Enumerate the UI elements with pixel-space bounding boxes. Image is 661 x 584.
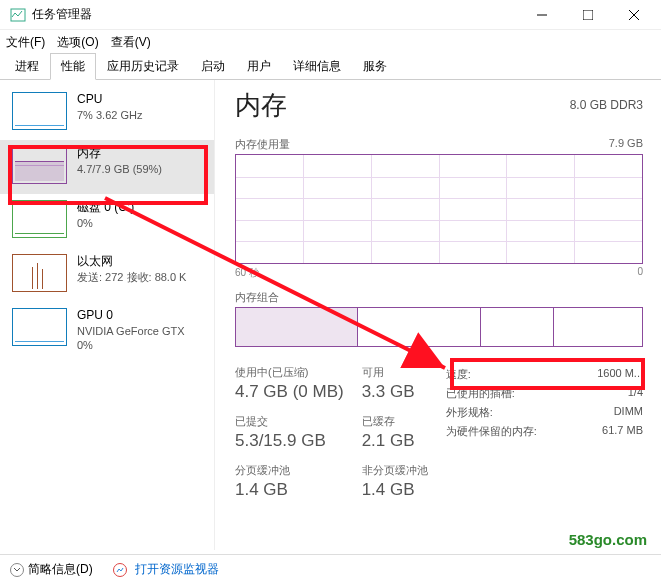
menubar: 文件(F) 选项(O) 查看(V) bbox=[0, 30, 661, 54]
memory-label: 内存 bbox=[77, 146, 162, 162]
usage-graph bbox=[235, 154, 643, 264]
cached-value: 2.1 GB bbox=[362, 431, 428, 451]
inuse-label: 使用中(已压缩) bbox=[235, 365, 344, 380]
ethernet-label: 以太网 bbox=[77, 254, 186, 270]
cpu-thumb bbox=[12, 92, 67, 130]
gpu-detail: NVIDIA GeForce GTX 0% bbox=[77, 324, 185, 353]
memory-total: 8.0 GB DDR3 bbox=[570, 98, 643, 112]
tab-performance[interactable]: 性能 bbox=[50, 53, 96, 80]
close-button[interactable] bbox=[611, 0, 657, 30]
nonpaged-label: 非分页缓冲池 bbox=[362, 463, 428, 478]
memory-detail: 4.7/7.9 GB (59%) bbox=[77, 162, 162, 176]
footer: 简略信息(D) 打开资源监视器 bbox=[0, 554, 661, 584]
sidebar-item-memory[interactable]: 内存4.7/7.9 GB (59%) bbox=[0, 140, 214, 194]
cpu-label: CPU bbox=[77, 92, 142, 108]
commit-value: 5.3/15.9 GB bbox=[235, 431, 344, 451]
avail-value: 3.3 GB bbox=[362, 382, 428, 402]
composition-label: 内存组合 bbox=[235, 290, 643, 305]
tab-history[interactable]: 应用历史记录 bbox=[96, 53, 190, 80]
slots-label: 已使用的插槽: bbox=[446, 386, 515, 401]
watermark: 583go.com bbox=[569, 531, 647, 548]
page-title: 内存 bbox=[235, 88, 287, 123]
composition-bar bbox=[235, 307, 643, 347]
tab-users[interactable]: 用户 bbox=[236, 53, 282, 80]
inuse-value: 4.7 GB (0 MB) bbox=[235, 382, 344, 402]
memory-thumb bbox=[12, 146, 67, 184]
sidebar-item-cpu[interactable]: CPU7% 3.62 GHz bbox=[0, 86, 214, 140]
svg-rect-1 bbox=[583, 10, 593, 20]
usage-label: 内存使用量 bbox=[235, 137, 290, 152]
monitor-icon[interactable] bbox=[113, 563, 127, 577]
menu-view[interactable]: 查看(V) bbox=[111, 34, 151, 51]
sidebar: CPU7% 3.62 GHz 内存4.7/7.9 GB (59%) 磁盘 0 (… bbox=[0, 80, 215, 550]
brief-info-link[interactable]: 简略信息(D) bbox=[28, 561, 93, 578]
reserved-value: 61.7 MB bbox=[602, 424, 643, 439]
tab-processes[interactable]: 进程 bbox=[4, 53, 50, 80]
tab-services[interactable]: 服务 bbox=[352, 53, 398, 80]
sidebar-item-ethernet[interactable]: 以太网发送: 272 接收: 88.0 K bbox=[0, 248, 214, 302]
sidebar-item-gpu[interactable]: GPU 0NVIDIA GeForce GTX 0% bbox=[0, 302, 214, 362]
avail-label: 可用 bbox=[362, 365, 428, 380]
tabs: 进程 性能 应用历史记录 启动 用户 详细信息 服务 bbox=[0, 54, 661, 80]
tab-startup[interactable]: 启动 bbox=[190, 53, 236, 80]
sidebar-item-disk[interactable]: 磁盘 0 (C:)0% bbox=[0, 194, 214, 248]
commit-label: 已提交 bbox=[235, 414, 344, 429]
menu-options[interactable]: 选项(O) bbox=[57, 34, 98, 51]
speed-label: 速度: bbox=[446, 367, 471, 382]
disk-label: 磁盘 0 (C:) bbox=[77, 200, 134, 216]
app-icon bbox=[10, 7, 26, 23]
reserved-label: 为硬件保留的内存: bbox=[446, 424, 537, 439]
ethernet-detail: 发送: 272 接收: 88.0 K bbox=[77, 270, 186, 284]
paged-value: 1.4 GB bbox=[235, 480, 344, 500]
axis-right: 0 bbox=[637, 266, 643, 280]
gpu-label: GPU 0 bbox=[77, 308, 185, 324]
form-value: DIMM bbox=[614, 405, 643, 420]
menu-file[interactable]: 文件(F) bbox=[6, 34, 45, 51]
minimize-button[interactable] bbox=[519, 0, 565, 30]
cpu-detail: 7% 3.62 GHz bbox=[77, 108, 142, 122]
cached-label: 已缓存 bbox=[362, 414, 428, 429]
window-title: 任务管理器 bbox=[32, 6, 519, 23]
tab-details[interactable]: 详细信息 bbox=[282, 53, 352, 80]
ethernet-thumb bbox=[12, 254, 67, 292]
disk-thumb bbox=[12, 200, 67, 238]
disk-detail: 0% bbox=[77, 216, 134, 230]
axis-left: 60 秒 bbox=[235, 266, 259, 280]
chevron-down-icon[interactable] bbox=[10, 563, 24, 577]
paged-label: 分页缓冲池 bbox=[235, 463, 344, 478]
resource-monitor-link[interactable]: 打开资源监视器 bbox=[135, 561, 219, 578]
speed-value: 1600 M... bbox=[597, 367, 643, 382]
usage-max: 7.9 GB bbox=[609, 137, 643, 152]
slots-value: 1/4 bbox=[628, 386, 643, 401]
gpu-thumb bbox=[12, 308, 67, 346]
form-label: 外形规格: bbox=[446, 405, 493, 420]
maximize-button[interactable] bbox=[565, 0, 611, 30]
main-panel: 内存 8.0 GB DDR3 内存使用量7.9 GB 60 秒0 内存组合 使用… bbox=[215, 80, 661, 550]
nonpaged-value: 1.4 GB bbox=[362, 480, 428, 500]
